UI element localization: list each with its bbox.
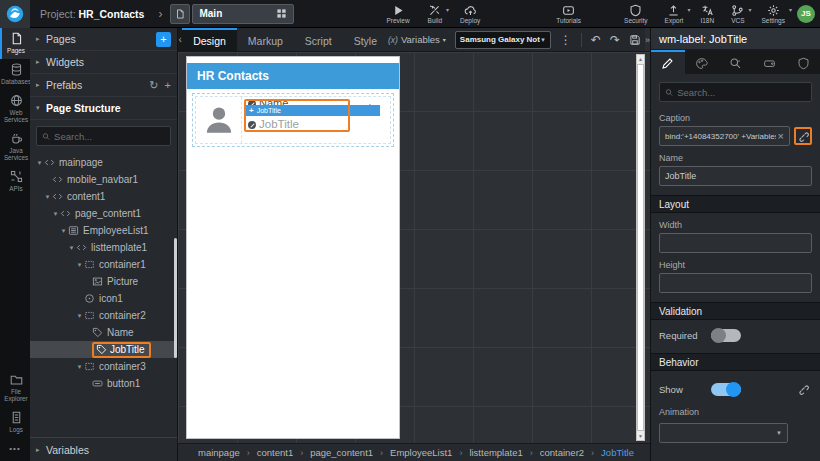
redo-button[interactable]: ↷ — [610, 33, 620, 47]
add-page-button[interactable]: + — [156, 32, 171, 47]
device-selector[interactable]: Samsung Galaxy Note III ▼ — [455, 31, 551, 49]
tab-styles[interactable] — [685, 50, 719, 74]
rail-item-java-services[interactable]: Java Services — [0, 128, 30, 166]
topbar-security-button[interactable]: Security — [624, 0, 647, 28]
rail-item-databases[interactable]: Databases — [0, 59, 30, 90]
tree-node-container3[interactable]: ▾container3 — [30, 358, 177, 375]
scroll-up-icon[interactable]: ▲ — [638, 55, 643, 63]
expander-icon[interactable]: ▾ — [51, 210, 60, 218]
caption-bind-button[interactable] — [794, 127, 812, 145]
breadcrumb-item-EmployeeList1[interactable]: EmployeeList1 — [390, 447, 452, 458]
picture-widget[interactable] — [196, 97, 242, 143]
clear-binding-icon[interactable]: × — [778, 130, 784, 142]
topbar-vcs-button[interactable]: ▾VCS — [731, 0, 744, 28]
wavemaker-logo[interactable] — [0, 0, 30, 28]
breadcrumb-item-page_content1[interactable]: page_content1 — [310, 447, 373, 458]
canvas-scrollbar[interactable]: ▲ ▼ — [636, 54, 645, 441]
section-pages[interactable]: ▸ Pages + — [30, 28, 177, 51]
user-avatar[interactable]: JS — [797, 5, 815, 23]
selection-overlay[interactable]: +JobTitle — [246, 105, 380, 116]
tree-node-icon1[interactable]: icon1 — [30, 290, 177, 307]
tree-search-input[interactable] — [54, 131, 165, 142]
rail-item-pages[interactable]: Pages — [0, 28, 30, 59]
breadcrumb-item-content1[interactable]: content1 — [257, 447, 293, 458]
expander-icon[interactable]: ▾ — [75, 261, 84, 269]
breadcrumb-item-mainpage[interactable]: mainpage — [198, 447, 240, 458]
tree-node-container1[interactable]: ▾container1 — [30, 256, 177, 273]
tree-node-JobTitle[interactable]: JobTitle — [30, 341, 177, 358]
canvas-tab-script[interactable]: Script — [294, 28, 343, 51]
breadcrumb-item-listtemplate1[interactable]: listtemplate1 — [469, 447, 522, 458]
expander-icon[interactable]: ▾ — [35, 159, 44, 167]
expander-icon[interactable]: ▾ — [75, 363, 84, 371]
design-canvas[interactable]: HR Contacts Name +JobTitle JobTitle — [178, 52, 650, 443]
tree-node-mainpage[interactable]: ▾mainpage — [30, 154, 177, 171]
section-widgets[interactable]: ▸ Widgets — [30, 51, 177, 74]
tab-security[interactable] — [786, 50, 820, 74]
height-field[interactable] — [659, 273, 812, 293]
breadcrumb-item-JobTitle[interactable]: JobTitle — [601, 447, 634, 458]
tree-node-button1[interactable]: button1 — [30, 375, 177, 392]
tree-node-mobile_navbar1[interactable]: mobile_navbar1 — [30, 171, 177, 188]
expander-icon[interactable]: ▾ — [59, 227, 68, 235]
tree-node-EmployeeList1[interactable]: ▾EmployeeList1 — [30, 222, 177, 239]
expander-icon[interactable]: ▾ — [67, 244, 76, 252]
page-icon-button[interactable] — [170, 4, 190, 24]
tree-node-Picture[interactable]: Picture — [30, 273, 177, 290]
container2-widget[interactable]: Name +JobTitle JobTitle — [242, 97, 356, 143]
animation-select[interactable]: ▼ — [659, 423, 788, 443]
tree-node-Name[interactable]: Name — [30, 324, 177, 341]
jobtitle-label-widget[interactable]: JobTitle — [248, 118, 299, 130]
width-field[interactable] — [659, 233, 812, 253]
save-button[interactable] — [629, 34, 641, 46]
tab-properties[interactable] — [651, 50, 685, 74]
tab-inspect[interactable] — [719, 50, 753, 74]
canvas-tab-design[interactable]: Design — [182, 28, 237, 51]
mobile-navbar[interactable]: HR Contacts — [187, 63, 399, 89]
scroll-down-icon[interactable]: ▼ — [638, 432, 643, 440]
call-button-widget[interactable] — [356, 97, 390, 143]
list-template-item[interactable]: Name +JobTitle JobTitle — [195, 96, 391, 144]
main-page-tab[interactable]: Main — [192, 4, 294, 24]
required-toggle[interactable] — [711, 329, 741, 342]
tree-node-content1[interactable]: ▾content1 — [30, 188, 177, 205]
variables-dropdown[interactable]: (x) Variables ▾ — [388, 34, 446, 45]
rail-item-apis[interactable]: APIs — [0, 166, 30, 197]
expander-icon[interactable]: ▾ — [43, 193, 52, 201]
show-toggle[interactable] — [711, 383, 741, 396]
properties-search-input[interactable] — [677, 87, 806, 98]
tree-node-container2[interactable]: ▾container2 — [30, 307, 177, 324]
refresh-icon[interactable]: ↻ — [149, 79, 158, 92]
topbar-tutorials-button[interactable]: Tutorials — [556, 0, 581, 28]
show-bind-button[interactable] — [794, 380, 812, 398]
more-menu-button[interactable]: ••• — [0, 438, 30, 461]
topbar-i18n-button[interactable]: I18N — [700, 0, 714, 28]
name-field[interactable] — [659, 166, 812, 186]
caption-field[interactable]: bind:'+14084352700' +Variables.HrdbE × — [659, 126, 790, 146]
undo-button[interactable]: ↶ — [591, 33, 601, 47]
topbar-preview-button[interactable]: Preview — [386, 0, 409, 28]
canvas-tab-markup[interactable]: Markup — [237, 28, 294, 51]
section-variables[interactable]: ▸ Variables — [30, 437, 177, 461]
tab-device[interactable] — [752, 50, 786, 74]
tree-node-listtemplate1[interactable]: ▾listtemplate1 — [30, 239, 177, 256]
phone-preview[interactable]: HR Contacts Name +JobTitle JobTitle — [186, 56, 400, 439]
add-prefab-button[interactable]: + — [165, 79, 171, 91]
topbar-settings-button[interactable]: ▾Settings — [762, 0, 786, 28]
scrollbar-handle[interactable] — [637, 64, 644, 431]
panel-scrollbar[interactable] — [174, 238, 177, 358]
topbar-export-button[interactable]: ▾Export — [665, 0, 684, 28]
rail-item-file-explorer[interactable]: File Explorer — [0, 369, 30, 407]
rail-item-web-services[interactable]: Web Services — [0, 90, 30, 128]
more-vertical-icon[interactable]: ⋮ — [560, 33, 572, 47]
topbar-build-button[interactable]: ▾Build — [428, 0, 442, 28]
canvas-tab-style[interactable]: Style — [343, 28, 388, 51]
expander-icon[interactable]: ▾ — [75, 312, 84, 320]
employee-list-widget[interactable]: Name +JobTitle JobTitle — [192, 93, 394, 147]
topbar-deploy-button[interactable]: Deploy — [460, 0, 480, 28]
breadcrumb-item-container2[interactable]: container2 — [540, 447, 584, 458]
section-page-structure[interactable]: ▾ Page Structure — [30, 97, 177, 120]
rail-item-logs[interactable]: Logs — [0, 407, 30, 438]
tree-node-page_content1[interactable]: ▾page_content1 — [30, 205, 177, 222]
section-prefabs[interactable]: ▸ Prefabs ↻ + — [30, 74, 177, 97]
